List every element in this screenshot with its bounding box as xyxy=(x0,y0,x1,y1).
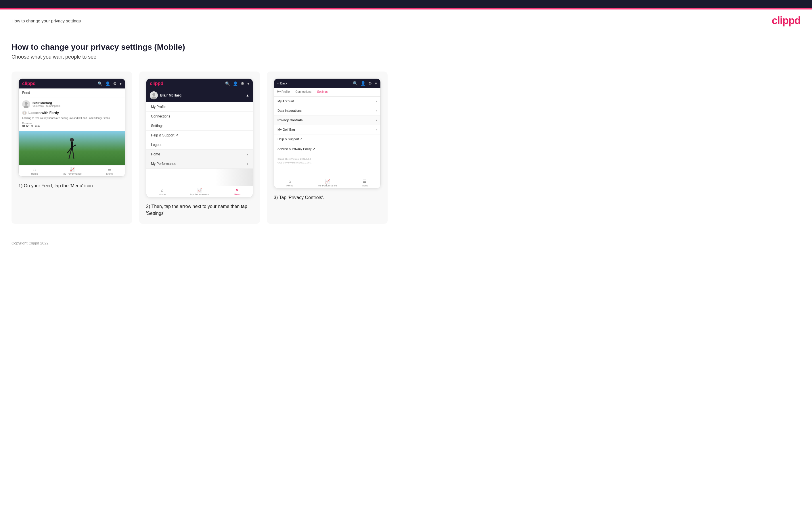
cards-row: clippd 🔍 👤 ⚙ ▾ Feed xyxy=(11,71,801,224)
version-line-2: GQL Server Version: 2022.7.30-1 xyxy=(277,161,377,165)
card-3: < Back 🔍 👤 ⚙ ▾ My Profile Connections xyxy=(267,71,388,224)
menu-icon-3: ☰ xyxy=(363,179,367,183)
post-lesson-title: Lesson with Fordy xyxy=(29,111,59,115)
card-3-caption: 3) Tap 'Privacy Controls'. xyxy=(274,194,381,201)
settings-list: My Account › Data Integrations › Privacy… xyxy=(274,97,380,154)
bottom-nav-home-3: ⌂ Home xyxy=(287,179,293,187)
svg-line-6 xyxy=(69,151,71,159)
copyright-text: Copyright Clippd 2022 xyxy=(11,241,49,245)
menu-chevron-icon: ▲ xyxy=(246,93,249,97)
menu-user-row: Blair McHarg ▲ xyxy=(146,89,253,102)
close-icon: ✕ xyxy=(236,188,239,192)
svg-point-2 xyxy=(70,138,74,142)
bottom-nav-perf-1: 📈 My Performance xyxy=(63,167,82,175)
duration-label: Duration xyxy=(22,122,121,125)
logo: clippd xyxy=(772,15,801,27)
back-button: < Back xyxy=(277,81,287,85)
my-account-chevron: › xyxy=(376,99,377,103)
bottom-nav-3: ⌂ Home 📈 My Performance ☰ Menu xyxy=(274,177,380,188)
phone-mockup-1: clippd 🔍 👤 ⚙ ▾ Feed xyxy=(18,78,125,177)
phone-logo-1: clippd xyxy=(22,81,36,86)
bottom-nav-home-1: ⌂ Home xyxy=(31,167,38,175)
settings-item-privacy-policy: Service & Privacy Policy ↗ xyxy=(274,144,380,154)
performance-icon-2: 📈 xyxy=(197,188,202,192)
user-icon-3: 👤 xyxy=(361,81,365,86)
settings-item-help: Help & Support ↗ xyxy=(274,134,380,144)
menu-icon: ☰ xyxy=(107,167,111,172)
home-chevron-icon: ▾ xyxy=(247,153,248,156)
menu-username: Blair McHarg xyxy=(160,93,182,97)
phone-icons-1: 🔍 👤 ⚙ ▾ xyxy=(98,81,121,86)
home-icon: ⌂ xyxy=(33,167,36,172)
phone-icons-3: 🔍 👤 ⚙ ▾ xyxy=(353,81,377,86)
post-user-info: Blair McHarg Yesterday · Sunningdale xyxy=(33,101,60,107)
menu-section-performance: My Performance ▾ xyxy=(146,159,253,169)
bottom-nav-close: ✕ Menu xyxy=(234,188,241,196)
search-icon-3: 🔍 xyxy=(353,81,358,86)
menu-item-connections: Connections xyxy=(146,112,253,121)
blurred-area xyxy=(146,169,253,186)
avatar-1 xyxy=(22,100,30,108)
menu-section: Home ▾ My Performance ▾ xyxy=(146,150,253,169)
home-icon-2: ⌂ xyxy=(161,188,163,192)
bottom-nav-2: ⌂ Home 📈 My Performance ✕ Menu xyxy=(146,186,253,197)
card-1: clippd 🔍 👤 ⚙ ▾ Feed xyxy=(11,71,132,224)
menu-list: My Profile Connections Settings Help & S… xyxy=(146,102,253,150)
version-info: Clippd Client Version: 2022.8.3-3 GQL Se… xyxy=(274,154,380,168)
post-flag-icon: 📋 xyxy=(22,111,27,115)
tab-connections: Connections xyxy=(293,88,314,96)
phone-mockup-2: clippd 🔍 👤 ⚙ ▾ Blair McHarg xyxy=(146,78,253,198)
golf-image xyxy=(19,131,125,165)
chevron-icon: ▾ xyxy=(119,81,121,86)
menu-item-logout: Logout xyxy=(146,140,253,150)
header: How to change your privacy settings clip… xyxy=(0,9,812,31)
phone-icons-2: 🔍 👤 ⚙ ▾ xyxy=(225,81,249,86)
settings-icon: ⚙ xyxy=(113,81,117,86)
privacy-controls-chevron: › xyxy=(376,118,377,122)
menu-item-settings: Settings xyxy=(146,121,253,131)
settings-item-data-integrations: Data Integrations › xyxy=(274,106,380,115)
post-title-row: 📋 Lesson with Fordy xyxy=(22,111,121,115)
menu-user-info: Blair McHarg xyxy=(150,91,182,99)
performance-chevron-icon: ▾ xyxy=(247,162,248,165)
post-meta: Yesterday · Sunningdale xyxy=(33,105,60,107)
card-2-caption: 2) Then, tap the arrow next to your name… xyxy=(146,203,253,217)
post-user-row: Blair McHarg Yesterday · Sunningdale xyxy=(22,100,121,108)
bottom-nav-perf-2: 📈 My Performance xyxy=(190,188,209,196)
svg-point-8 xyxy=(152,93,155,96)
duration-value: 01 hr : 30 min xyxy=(22,125,121,128)
header-title: How to change your privacy settings xyxy=(11,18,81,23)
settings-item-golf-bag: My Golf Bag › xyxy=(274,125,380,134)
golf-bag-chevron: › xyxy=(376,128,377,131)
svg-point-9 xyxy=(152,97,156,99)
menu-section-home: Home ▾ xyxy=(146,150,253,159)
settings-item-privacy-controls: Privacy Controls › xyxy=(274,115,380,125)
bottom-nav-menu-3: ☰ Menu xyxy=(362,179,368,187)
settings-item-my-account: My Account › xyxy=(274,97,380,106)
user-icon-2: 👤 xyxy=(233,81,238,86)
settings-icon-3: ⚙ xyxy=(368,81,372,86)
search-icon-2: 🔍 xyxy=(225,81,230,86)
top-bar xyxy=(0,0,812,8)
phone-logo-2: clippd xyxy=(150,81,163,86)
spacer xyxy=(274,168,380,177)
menu-item-profile: My Profile xyxy=(146,102,253,112)
feed-tab: Feed xyxy=(19,89,125,97)
post-username: Blair McHarg xyxy=(33,101,60,105)
bottom-nav-1: ⌂ Home 📈 My Performance ☰ Menu xyxy=(19,165,125,176)
bottom-nav-menu-1: ☰ Menu xyxy=(106,167,113,175)
bottom-nav-perf-3: 📈 My Performance xyxy=(318,179,337,187)
menu-item-help: Help & Support ↗ xyxy=(146,131,253,140)
page-title: How to change your privacy settings (Mob… xyxy=(11,43,801,52)
footer: Copyright Clippd 2022 xyxy=(0,235,812,251)
svg-line-7 xyxy=(73,151,74,159)
settings-icon-2: ⚙ xyxy=(241,81,244,86)
svg-point-0 xyxy=(25,102,28,105)
performance-icon-3: 📈 xyxy=(325,179,330,183)
home-icon-3: ⌂ xyxy=(289,179,291,183)
page-subtitle: Choose what you want people to see xyxy=(11,54,801,60)
phone-navbar-1: clippd 🔍 👤 ⚙ ▾ xyxy=(19,79,125,89)
chevron-icon-2: ▾ xyxy=(247,81,249,86)
data-integrations-chevron: › xyxy=(376,109,377,112)
performance-icon: 📈 xyxy=(69,167,74,172)
